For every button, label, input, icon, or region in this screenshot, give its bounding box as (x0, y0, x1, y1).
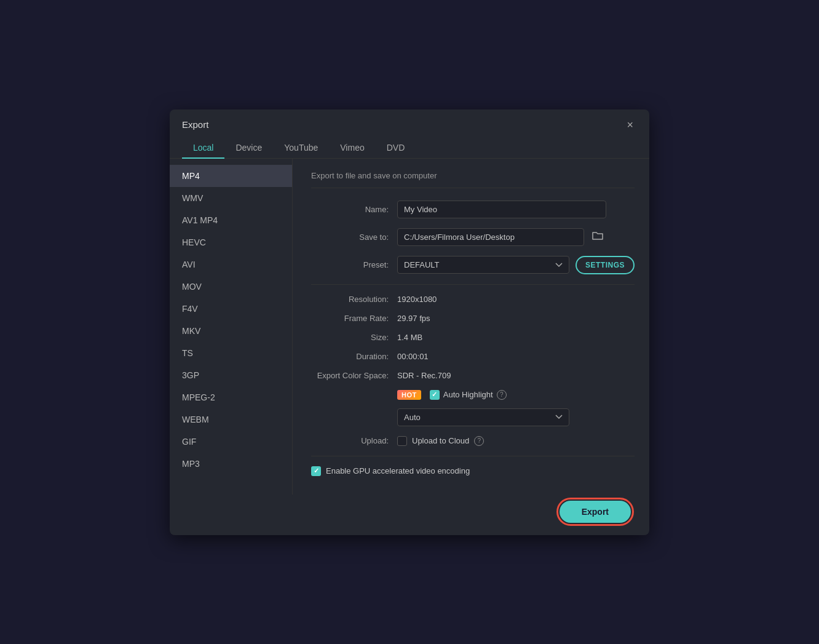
resolution-value: 1920x1080 (397, 295, 437, 304)
export-dialog: Export × Local Device YouTube Vimeo DVD … (170, 109, 649, 535)
tab-device[interactable]: Device (224, 138, 273, 159)
export-button[interactable]: Export (560, 501, 631, 523)
format-item-mkv[interactable]: MKV (170, 320, 292, 342)
size-label: Size: (311, 333, 397, 342)
format-item-mp3[interactable]: MP3 (170, 453, 292, 475)
preset-controls: DEFAULT SETTINGS (397, 256, 635, 274)
gpu-row: ✓ Enable GPU accelerated video encoding (311, 456, 635, 482)
auto-highlight-check-icon: ✓ (432, 391, 437, 399)
tab-local[interactable]: Local (182, 138, 224, 159)
path-row (397, 228, 606, 246)
dialog-header: Export × (170, 109, 649, 132)
format-item-ts[interactable]: TS (170, 342, 292, 364)
auto-highlight-info-icon[interactable]: ? (497, 390, 507, 400)
format-item-f4v[interactable]: F4V (170, 298, 292, 320)
size-row: Size: 1.4 MB (311, 333, 635, 342)
settings-panel: Export to file and save on computer Name… (293, 159, 653, 495)
hot-badge: HOT (397, 390, 421, 400)
format-item-mov[interactable]: MOV (170, 276, 292, 298)
divider-1 (311, 284, 635, 285)
format-item-gif[interactable]: GIF (170, 431, 292, 453)
format-item-hevc[interactable]: HEVC (170, 231, 292, 253)
size-value: 1.4 MB (397, 333, 422, 342)
name-label: Name: (311, 205, 397, 214)
auto-highlight-row: HOT ✓ Auto Highlight ? (311, 390, 635, 400)
format-item-webm[interactable]: WEBM (170, 408, 292, 431)
settings-description: Export to file and save on computer (311, 171, 635, 188)
settings-button[interactable]: SETTINGS (576, 256, 635, 274)
format-list: MP4 WMV AV1 MP4 HEVC AVI MOV F4V MKV TS … (170, 159, 293, 495)
dialog-title: Export (182, 119, 208, 130)
close-button[interactable]: × (623, 118, 637, 132)
tab-bar: Local Device YouTube Vimeo DVD (170, 132, 649, 159)
name-row: Name: (311, 201, 635, 218)
upload-cloud-label: Upload to Cloud (412, 436, 469, 445)
resolution-label: Resolution: (311, 295, 397, 304)
saveto-label: Save to: (311, 233, 397, 242)
gpu-checkbox[interactable]: ✓ (311, 466, 321, 476)
dialog-body: MP4 WMV AV1 MP4 HEVC AVI MOV F4V MKV TS … (170, 159, 649, 495)
framerate-value: 29.97 fps (397, 314, 430, 323)
framerate-label: Frame Rate: (311, 314, 397, 323)
folder-browse-button[interactable] (589, 228, 606, 245)
colorspace-row: Export Color Space: SDR - Rec.709 (311, 371, 635, 380)
format-item-3gp[interactable]: 3GP (170, 364, 292, 386)
colorspace-value: SDR - Rec.709 (397, 371, 451, 380)
duration-row: Duration: 00:00:01 (311, 352, 635, 361)
name-input[interactable] (397, 201, 606, 218)
duration-label: Duration: (311, 352, 397, 361)
upload-label: Upload: (311, 436, 397, 445)
preset-row: Preset: DEFAULT SETTINGS (311, 256, 635, 274)
upload-cloud-checkbox[interactable]: ✓ (397, 436, 407, 446)
framerate-row: Frame Rate: 29.97 fps (311, 314, 635, 323)
colorspace-label: Export Color Space: (311, 371, 397, 380)
preset-select[interactable]: DEFAULT (397, 256, 569, 274)
preset-select-wrapper: DEFAULT (397, 256, 569, 274)
format-item-wmv[interactable]: WMV (170, 187, 292, 209)
duration-value: 00:00:01 (397, 352, 429, 361)
saveto-input[interactable] (397, 228, 584, 246)
resolution-row: Resolution: 1920x1080 (311, 295, 635, 304)
preset-label: Preset: (311, 260, 397, 269)
format-item-mpeg2[interactable]: MPEG-2 (170, 386, 292, 408)
tab-dvd[interactable]: DVD (376, 138, 416, 159)
upload-cloud-info-icon[interactable]: ? (474, 436, 484, 446)
auto-select-row: Auto (311, 408, 635, 426)
auto-select-wrapper: Auto (397, 408, 569, 426)
saveto-row: Save to: (311, 228, 635, 246)
format-item-avi[interactable]: AVI (170, 253, 292, 276)
auto-select[interactable]: Auto (397, 408, 569, 426)
gpu-label: Enable GPU accelerated video encoding (326, 466, 470, 475)
upload-row: Upload: ✓ Upload to Cloud ? (311, 436, 635, 446)
tab-youtube[interactable]: YouTube (273, 138, 329, 159)
dialog-footer: Export (170, 495, 649, 535)
auto-highlight-label: Auto Highlight (443, 390, 493, 399)
format-item-mp4[interactable]: MP4 (170, 165, 292, 187)
format-item-av1mp4[interactable]: AV1 MP4 (170, 209, 292, 231)
upload-controls: ✓ Upload to Cloud ? (397, 436, 484, 446)
auto-highlight-checkbox[interactable]: ✓ (430, 390, 440, 400)
gpu-check-icon: ✓ (314, 467, 319, 475)
tab-vimeo[interactable]: Vimeo (329, 138, 375, 159)
